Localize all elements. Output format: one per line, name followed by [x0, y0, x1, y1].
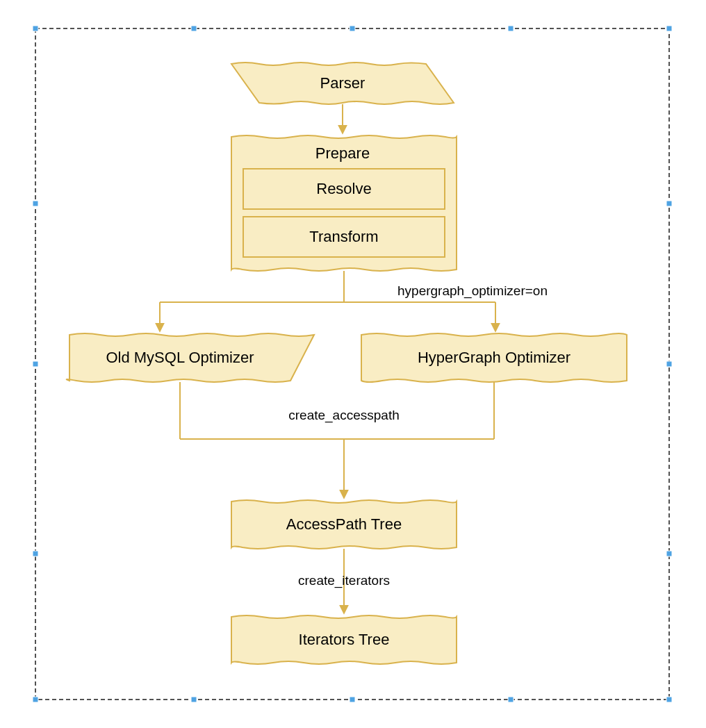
- selection-handle[interactable]: [191, 697, 197, 702]
- svg-rect-2: [350, 26, 355, 31]
- selection-handle[interactable]: [666, 551, 672, 556]
- node-accesspath-tree[interactable]: AccessPath Tree: [231, 500, 457, 549]
- node-parser[interactable]: Parser: [231, 63, 454, 104]
- selection-handle[interactable]: [666, 361, 672, 367]
- node-hypergraph-optimizer-label: HyperGraph Optimizer: [418, 349, 570, 366]
- selection-handle[interactable]: [508, 697, 514, 702]
- svg-rect-6: [33, 697, 38, 702]
- diagram-canvas[interactable]: Parser Prepare Resolve Transform hypergr…: [0, 0, 706, 728]
- node-prepare[interactable]: Prepare Resolve Transform: [231, 135, 457, 271]
- node-transform-label: Transform: [309, 228, 378, 245]
- node-resolve-label: Resolve: [316, 180, 371, 197]
- svg-rect-5: [666, 361, 672, 367]
- selection-handle[interactable]: [33, 551, 38, 556]
- selection-handle[interactable]: [350, 26, 355, 31]
- svg-rect-4: [33, 361, 38, 367]
- svg-rect-15: [191, 697, 197, 702]
- node-old-optimizer[interactable]: Old MySQL Optimizer: [67, 333, 314, 382]
- node-accesspath-label: AccessPath Tree: [286, 515, 402, 533]
- selection-handle[interactable]: [33, 697, 38, 702]
- selection-handle[interactable]: [666, 201, 672, 206]
- svg-rect-1: [33, 26, 38, 31]
- node-hypergraph-optimizer[interactable]: HyperGraph Optimizer: [361, 333, 627, 382]
- svg-rect-9: [33, 201, 38, 206]
- selection-handle[interactable]: [666, 26, 672, 31]
- selection-handle[interactable]: [191, 26, 197, 31]
- svg-rect-7: [350, 697, 355, 702]
- node-iterators-label: Iterators Tree: [299, 631, 390, 648]
- node-transform[interactable]: Transform: [243, 217, 445, 257]
- svg-rect-12: [666, 551, 672, 556]
- selection-handle[interactable]: [33, 201, 38, 206]
- selection-handle[interactable]: [666, 697, 672, 702]
- node-prepare-label: Prepare: [315, 144, 370, 162]
- selection-handle[interactable]: [508, 26, 514, 31]
- svg-rect-3: [666, 26, 672, 31]
- svg-rect-11: [33, 551, 38, 556]
- selection-handle[interactable]: [33, 26, 38, 31]
- svg-rect-16: [508, 697, 514, 702]
- edge-merge-accesspath: [180, 382, 494, 497]
- svg-rect-14: [508, 26, 514, 31]
- svg-rect-8: [666, 697, 672, 702]
- edge-label-create-iterators: create_iterators: [298, 573, 390, 588]
- node-old-optimizer-label: Old MySQL Optimizer: [106, 349, 254, 366]
- svg-rect-13: [191, 26, 197, 31]
- selection-handle[interactable]: [33, 361, 38, 367]
- svg-rect-10: [666, 201, 672, 206]
- edge-label-create-accesspath: create_accesspath: [288, 408, 400, 423]
- selection-handle[interactable]: [350, 697, 355, 702]
- edge-prepare-split: [160, 271, 495, 331]
- node-iterators-tree[interactable]: Iterators Tree: [231, 615, 457, 664]
- node-parser-label: Parser: [320, 74, 366, 92]
- node-resolve[interactable]: Resolve: [243, 169, 445, 209]
- edge-label-hypergraph-on: hypergraph_optimizer=on: [397, 283, 548, 299]
